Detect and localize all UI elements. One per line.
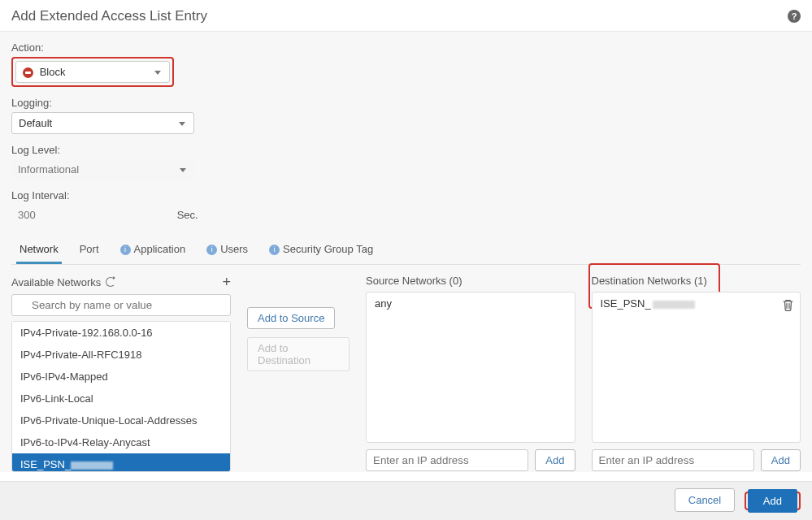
add-network-icon[interactable]: + — [222, 275, 231, 289]
action-label: Action: — [11, 41, 801, 54]
available-title: Available Networks + — [11, 275, 231, 289]
chevron-down-icon — [154, 71, 161, 75]
destination-ip-input[interactable] — [592, 449, 754, 471]
redacted-text — [71, 462, 113, 470]
add-button[interactable]: Add — [748, 489, 797, 513]
search-input[interactable] — [11, 294, 231, 316]
destination-networks-panel: ISE_PSN_ — [592, 292, 801, 443]
help-icon[interactable]: ? — [788, 10, 801, 23]
source-networks-panel: any — [366, 292, 575, 443]
block-icon — [23, 67, 33, 78]
logging-label: Logging: — [11, 97, 801, 109]
info-icon: i — [206, 245, 217, 255]
tabs: Network Port iApplication iUsers iSecuri… — [11, 235, 801, 265]
add-highlight: Add — [745, 492, 801, 510]
tab-users[interactable]: iUsers — [203, 235, 251, 264]
source-content: any — [375, 297, 567, 310]
destination-title: Destination Networks (1) — [592, 275, 801, 287]
chevron-down-icon — [180, 168, 186, 172]
list-item[interactable]: IPv6-to-IPv4-Relay-Anycast — [12, 431, 230, 453]
delete-icon[interactable] — [783, 299, 793, 314]
available-networks-list[interactable]: IPv4-Private-192.168.0.0-16 IPv4-Private… — [11, 321, 231, 472]
source-title: Source Networks (0) — [366, 275, 575, 287]
logging-select[interactable]: Default — [11, 112, 194, 134]
action-select[interactable]: Block — [15, 61, 170, 83]
tab-network[interactable]: Network — [16, 235, 62, 264]
log-level-value: Informational — [18, 163, 79, 176]
tab-sgt[interactable]: iSecurity Group Tag — [266, 235, 376, 264]
source-add-button[interactable]: Add — [535, 449, 575, 471]
log-level-label: Log Level: — [11, 144, 801, 156]
list-item[interactable]: IPv6-Link-Local — [12, 388, 230, 410]
destination-item[interactable]: ISE_PSN_ — [601, 297, 792, 310]
log-level-select: Informational — [11, 159, 194, 180]
refresh-icon[interactable] — [106, 277, 115, 287]
tab-application[interactable]: iApplication — [117, 235, 189, 264]
dialog-title: Add Extended Access List Entry — [0, 0, 812, 32]
log-interval-label: Log Interval: — [11, 189, 801, 202]
tab-port[interactable]: Port — [76, 235, 102, 264]
action-highlight: Block — [11, 57, 174, 87]
redacted-text — [653, 301, 695, 309]
log-interval-unit: Sec. — [177, 209, 198, 221]
logging-value: Default — [19, 117, 52, 129]
cancel-button[interactable]: Cancel — [675, 488, 735, 512]
info-icon: i — [269, 245, 280, 255]
destination-add-button[interactable]: Add — [761, 449, 801, 471]
info-icon: i — [120, 245, 131, 255]
chevron-down-icon — [179, 122, 185, 126]
list-item[interactable]: IPv6-IPv4-Mapped — [12, 366, 230, 388]
add-to-source-button[interactable]: Add to Source — [247, 307, 335, 329]
list-item[interactable]: IPv6-Private-Unique-Local-Addresses — [12, 410, 230, 431]
source-ip-input[interactable] — [366, 449, 528, 471]
list-item[interactable]: IPv4-Private-All-RFC1918 — [12, 344, 230, 366]
list-item[interactable]: IPv4-Private-192.168.0.0-16 — [12, 322, 230, 344]
list-item[interactable]: ISE_PSN_ — [12, 453, 230, 472]
log-interval-value: 300 — [11, 205, 174, 225]
add-to-destination-button: Add to Destination — [247, 337, 350, 371]
action-value: Block — [40, 66, 66, 78]
